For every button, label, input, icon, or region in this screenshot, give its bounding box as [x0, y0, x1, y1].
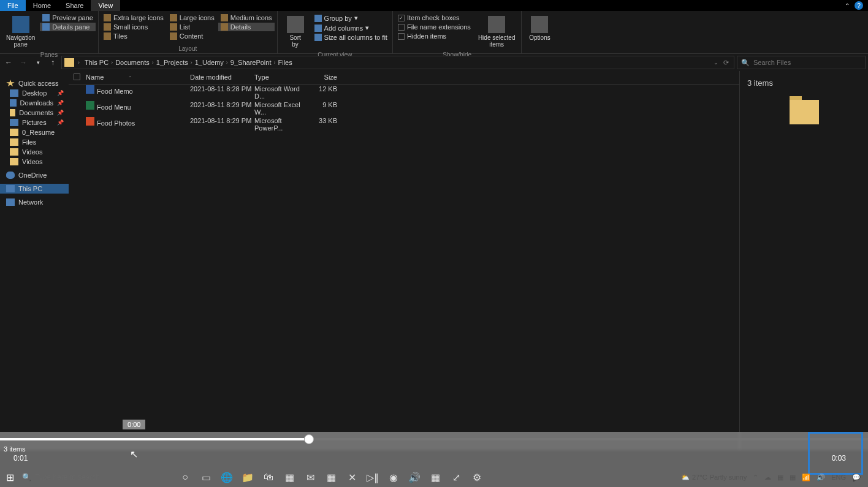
sidebar-item-resume[interactable]: 0_Resume [0, 127, 69, 137]
sidebar-item-documents[interactable]: Documents📌 [0, 108, 69, 118]
tab-home[interactable]: Home [26, 0, 58, 11]
tab-share[interactable]: Share [58, 0, 91, 11]
chevron-right-icon[interactable]: › [225, 59, 229, 66]
sidebar-item-files[interactable]: Files [0, 137, 69, 147]
help-button[interactable]: ? [855, 1, 863, 10]
app-icon[interactable]: ◉ [385, 469, 402, 486]
tray-icon[interactable]: ▦ [777, 474, 783, 481]
sidebar-item-label: Network [18, 198, 43, 206]
layout-list[interactable]: List [167, 23, 217, 31]
layout-small[interactable]: Small icons [101, 23, 166, 31]
breadcrumb-segment[interactable]: Files [277, 59, 294, 66]
sidebar-item-videos2[interactable]: Videos [0, 157, 69, 167]
tab-view[interactable]: View [91, 0, 120, 11]
cortana-icon[interactable]: ○ [177, 469, 194, 486]
breadcrumb-segment[interactable]: 1_Projects [155, 59, 189, 66]
file-size: 12 KB [306, 85, 343, 100]
chevron-right-icon[interactable]: › [151, 59, 155, 66]
preview-pane-button[interactable]: Preview pane [40, 13, 96, 22]
refresh-button[interactable]: ⟳ [723, 59, 729, 67]
app-icon[interactable]: ▦ [427, 469, 444, 486]
chevron-right-icon[interactable]: › [77, 59, 81, 66]
breadcrumb-segment[interactable]: 9_SharePoint [229, 59, 273, 66]
chevron-right-icon[interactable]: › [110, 59, 114, 66]
tray-volume-icon[interactable]: 🔊 [817, 474, 825, 481]
progress-bar[interactable] [0, 438, 868, 440]
layout-extra-large[interactable]: Extra large icons [101, 13, 166, 22]
edge-icon[interactable]: 🌐 [218, 469, 235, 486]
tray-chevron-icon[interactable]: ⌃ [753, 474, 758, 481]
breadcrumb-segment[interactable]: This PC [83, 59, 110, 66]
address-bar[interactable]: › This PC›Documents›1_Projects›1_Udemy›9… [61, 56, 734, 69]
tray-icon[interactable]: ▦ [790, 474, 796, 481]
explorer-icon[interactable]: 📁 [239, 469, 256, 486]
layout-content[interactable]: Content [167, 32, 217, 40]
select-all-checkbox[interactable] [69, 74, 80, 81]
details-pane-button[interactable]: Details pane [40, 23, 96, 31]
breadcrumb-segment[interactable]: 1_Udemy [194, 59, 225, 66]
sidebar-item-quickaccess[interactable]: Quick access [0, 78, 69, 88]
file-row[interactable]: Food Menu2021-08-11 8:29 PMMicrosoft Exc… [69, 100, 739, 116]
expand-icon[interactable]: ⤢ [447, 469, 465, 486]
sidebar-item-thispc[interactable]: This PC [0, 184, 69, 194]
group-by-button[interactable]: Group by ▾ [312, 13, 390, 23]
sort-by-button[interactable]: Sort by [280, 13, 311, 50]
sidebar-item-videos1[interactable]: Videos [0, 147, 69, 157]
tab-file[interactable]: File [0, 0, 26, 11]
column-size-header[interactable]: Size [306, 74, 343, 81]
dropdown-icon[interactable]: ⌄ [714, 59, 718, 66]
taskbar-search[interactable]: 🔍 Type here to search [17, 469, 164, 486]
forward-button[interactable]: → [17, 56, 29, 69]
tray-lang[interactable]: ENG [831, 474, 846, 481]
app-icon[interactable]: ▦ [281, 469, 298, 486]
sidebar-item-pictures[interactable]: Pictures📌 [0, 118, 69, 127]
hide-icon [488, 16, 505, 33]
chevron-right-icon[interactable]: › [189, 59, 194, 66]
start-button[interactable]: ⊞ [2, 470, 17, 485]
sidebar-item-network[interactable]: Network [0, 197, 69, 207]
app-icon[interactable]: ▦ [322, 469, 340, 486]
layout-medium[interactable]: Medium icons [218, 13, 275, 22]
notifications-icon[interactable]: 💬 [852, 474, 861, 481]
checkbox-hidden-items[interactable]: Hidden items [395, 32, 473, 40]
history-dropdown[interactable]: ▾ [32, 56, 44, 69]
checkbox-file-extensions[interactable]: File name extensions [395, 23, 473, 31]
progress-thumb[interactable] [304, 434, 314, 444]
add-columns-button[interactable]: Add columns ▾ [312, 23, 390, 32]
column-name-header[interactable]: Name⌃ [80, 74, 190, 81]
ribbon-collapse-icon[interactable]: ⌃ [845, 2, 850, 9]
file-row[interactable]: Food Memo2021-08-11 8:28 PMMicrosoft Wor… [69, 85, 739, 100]
volume-icon[interactable]: 🔊 [406, 469, 423, 486]
checkbox-item-checkboxes[interactable]: Item check boxes [395, 13, 473, 22]
tray-icon[interactable]: ☁ [764, 474, 771, 481]
play-pause-icon[interactable]: ▷‖ [364, 469, 381, 486]
options-button[interactable]: Options [524, 13, 555, 43]
pin-icon: 📌 [57, 90, 64, 96]
column-date-header[interactable]: Date modified [190, 74, 254, 81]
back-button[interactable]: ← [2, 56, 15, 69]
tray-wifi-icon[interactable]: 📶 [802, 474, 810, 481]
column-type-header[interactable]: Type [254, 74, 306, 81]
breadcrumb-segment[interactable]: Documents [114, 59, 151, 66]
hide-selected-button[interactable]: Hide selected items [474, 13, 519, 50]
search-input[interactable] [753, 59, 861, 66]
layout-tiles[interactable]: Tiles [101, 32, 166, 40]
layout-large[interactable]: Large icons [167, 13, 217, 22]
store-icon[interactable]: 🛍 [260, 469, 277, 486]
sidebar-item-desktop[interactable]: Desktop📌 [0, 88, 69, 98]
app-icon[interactable]: ✕ [343, 469, 360, 486]
search-box[interactable]: 🔍 [737, 56, 866, 69]
settings-icon[interactable]: ⚙ [468, 469, 485, 486]
weather-widget[interactable]: ⛅ 27°C Partly sunny [681, 474, 747, 481]
taskview-icon[interactable]: ▭ [197, 469, 215, 486]
up-button[interactable]: ↑ [47, 56, 59, 69]
file-row[interactable]: Food Photos2021-08-11 8:29 PMMicrosoft P… [69, 116, 739, 132]
mail-icon[interactable]: ✉ [302, 469, 319, 486]
sidebar-item-downloads[interactable]: Downloads📌 [0, 98, 69, 108]
navigation-pane-button[interactable]: Navigation pane [2, 13, 39, 50]
sidebar-item-onedrive[interactable]: OneDrive [0, 170, 69, 180]
layout-details[interactable]: Details [218, 23, 275, 31]
chevron-right-icon[interactable]: › [273, 59, 277, 66]
documents-icon [10, 109, 15, 116]
size-columns-button[interactable]: Size all columns to fit [312, 33, 390, 42]
